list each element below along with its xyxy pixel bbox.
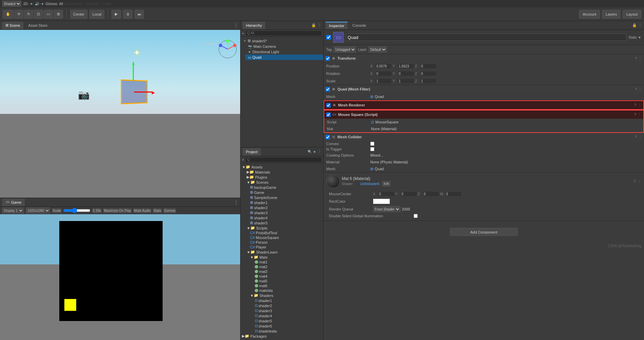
space-btn[interactable]: Local [89, 10, 104, 19]
tab-hierarchy[interactable]: Hierarchy [243, 22, 265, 29]
proj-shaders[interactable]: ▼ 📁 Shaders [241, 293, 323, 298]
proj-shader6-f[interactable]: ⊡ shader6 [241, 323, 323, 328]
transform-help-icon[interactable]: ? [635, 56, 637, 60]
proj-backupgame[interactable]: ⊞ backupGame [241, 185, 323, 190]
proj-shader3-scene[interactable]: ⊞ shader3 [241, 210, 323, 215]
proj-shader4-f[interactable]: ⊡ shader4 [241, 313, 323, 318]
pos-x[interactable] [375, 63, 392, 69]
resolution-select[interactable]: 1920x1080 [26, 207, 50, 214]
mesh-filter-help-icon[interactable]: ? [635, 87, 637, 91]
hier-directional-light[interactable]: ☀ Directional Light [245, 49, 323, 55]
game-menu-icon[interactable]: ⋮ [234, 200, 238, 205]
convex-checkbox[interactable] [370, 142, 374, 146]
mesh-filter-menu-icon[interactable]: ⋮ [638, 87, 642, 92]
proj-assets[interactable]: ▼ 📁 Assets [241, 164, 323, 169]
proj-mateida[interactable]: mateIda [241, 288, 323, 293]
hierarchy-search-input[interactable] [245, 31, 322, 36]
proj-shader3-f[interactable]: ⊡ shader3 [241, 308, 323, 313]
proj-game[interactable]: ⊞ Game [241, 190, 323, 195]
proj-scenes[interactable]: ▼ 📁 Scenes [241, 180, 323, 185]
rect-tool[interactable]: ▭ [44, 10, 53, 19]
mesh-renderer-menu-icon[interactable]: ⋮ [638, 103, 641, 107]
proj-scripts[interactable]: ▼ 📁 Scripts [241, 225, 323, 231]
mc-w[interactable] [445, 191, 462, 197]
is-trigger-checkbox[interactable] [370, 147, 374, 151]
proj-shader1-scene[interactable]: ⊞ shader1 [241, 200, 323, 205]
mouse-script-active[interactable] [326, 113, 331, 117]
scene-audio-icon[interactable]: 🔊 [35, 2, 39, 6]
mc-x[interactable] [378, 191, 395, 197]
mouse-script-header[interactable]: C# Mouse Square (Script) ? ⋮ [324, 111, 643, 119]
proj-sample-scene[interactable]: ⊞ SampleScene [241, 195, 323, 200]
play-button[interactable]: ▶ [111, 10, 121, 19]
proj-favorite-icon[interactable]: ★ [313, 150, 316, 154]
proj-shadeieida[interactable]: ⊡ shadeIeida [241, 328, 323, 334]
mouse-script-menu-icon[interactable]: ⋮ [638, 113, 641, 117]
transform-menu-icon[interactable]: ⋮ [638, 56, 642, 61]
proj-mat4[interactable]: mat4 [241, 274, 323, 279]
display-select[interactable]: Display 1 [2, 207, 24, 214]
proj-mat3[interactable]: mat3 [241, 269, 323, 274]
mesh-collider-header[interactable]: ⊡ Mesh Collider ? ⋮ [324, 133, 644, 141]
tab-console[interactable]: Console [349, 22, 369, 29]
tab-game[interactable]: 🎮 Game [2, 199, 25, 206]
double-sided-gi-checkbox[interactable] [414, 214, 418, 218]
insp-menu-icon[interactable]: ⋮ [638, 23, 642, 27]
mat-help-icon[interactable]: ? [633, 179, 636, 183]
tab-scene[interactable]: ⊞ Scene [2, 22, 23, 29]
scale-slider[interactable] [63, 208, 90, 213]
maximize-btn[interactable]: Maximize On Play [103, 208, 131, 213]
proj-shader5-f[interactable]: ⊡ shader5 [241, 318, 323, 323]
pivot-btn[interactable]: Center [70, 10, 87, 19]
mesh-renderer-header[interactable]: ⊞ Mesh Renderer ? ⋮ [324, 101, 643, 109]
tag-select[interactable]: Untagged [334, 46, 356, 53]
scene-menu-icon[interactable]: ⋮ [234, 23, 238, 28]
proj-player[interactable]: C# Player [241, 245, 323, 249]
shaded-select[interactable]: Shaded [2, 1, 21, 7]
game-viewport-area[interactable] [0, 214, 240, 340]
proj-mat1[interactable]: mat1 [241, 260, 323, 264]
scene-viewport[interactable]: ✦ 📷 ▲ ▶ ← Persp [0, 30, 240, 198]
proj-shader2-f[interactable]: ⊡ shader2 [241, 303, 323, 308]
transform-header[interactable]: ⊞ Transform ? ⋮ [324, 54, 644, 62]
rot-x[interactable] [375, 71, 392, 76]
scale-tool[interactable]: ⊡ [34, 10, 43, 19]
proj-add-icon[interactable]: + [242, 158, 244, 162]
hier-quad[interactable]: ▭ Quad [245, 55, 323, 60]
mc-y[interactable] [400, 191, 417, 197]
scene-light-icon[interactable]: ☀ [30, 2, 33, 6]
mat-menu-icon[interactable]: ⋮ [638, 179, 641, 184]
proj-protobuft[interactable]: C# ProtoBufTest [241, 231, 323, 235]
pause-button[interactable]: ⏸ [123, 10, 132, 19]
stats-btn[interactable]: Stats [153, 208, 162, 213]
hier-lock-icon[interactable]: 🔒 [311, 23, 316, 27]
multi-tool[interactable]: ⊞ [54, 10, 63, 19]
mesh-collider-help-icon[interactable]: ? [635, 135, 637, 139]
proj-shader1-f[interactable]: ⊡ shader1 [241, 298, 323, 303]
edit-shader-btn[interactable]: Edit [382, 181, 391, 186]
mute-btn[interactable]: Mute Audio [133, 208, 151, 213]
rotate-tool[interactable]: ↻ [24, 10, 33, 19]
proj-mat6[interactable]: mat6 [241, 283, 323, 288]
rot-y[interactable] [397, 71, 414, 76]
hier-main-camera[interactable]: 📷 Main Camera [245, 44, 323, 49]
proj-person[interactable]: C# Person [241, 240, 323, 245]
mc-z[interactable] [422, 191, 439, 197]
proj-materials[interactable]: ▶ 📁 Materials [241, 169, 323, 175]
hier-root[interactable]: ▼ ⊞ shader5* [241, 38, 323, 44]
layout-button[interactable]: Layout [623, 10, 641, 19]
hand-tool[interactable]: ✋ [3, 10, 14, 19]
account-button[interactable]: Account [579, 10, 600, 19]
scene-2d-btn[interactable]: 2D [23, 2, 28, 6]
pos-y[interactable] [397, 63, 414, 69]
hier-menu-icon[interactable]: ⋮ [317, 23, 321, 27]
proj-mats[interactable]: ▼ 📁 Mats [241, 255, 323, 260]
mouse-script-help-icon[interactable]: ? [634, 113, 636, 117]
scale-x[interactable] [375, 78, 392, 84]
insp-lock-icon[interactable]: 🔒 [632, 23, 637, 27]
scene-gizmos-btn[interactable]: Gizmos [46, 2, 57, 6]
rot-z[interactable] [420, 71, 437, 76]
proj-shaderlearn[interactable]: ▼ 📁 ShaderLearn [241, 249, 323, 255]
mesh-filter-header[interactable]: ⊞ Quad (Mesh Filter) ? ⋮ [324, 85, 644, 93]
mesh-renderer-active[interactable] [326, 103, 331, 107]
